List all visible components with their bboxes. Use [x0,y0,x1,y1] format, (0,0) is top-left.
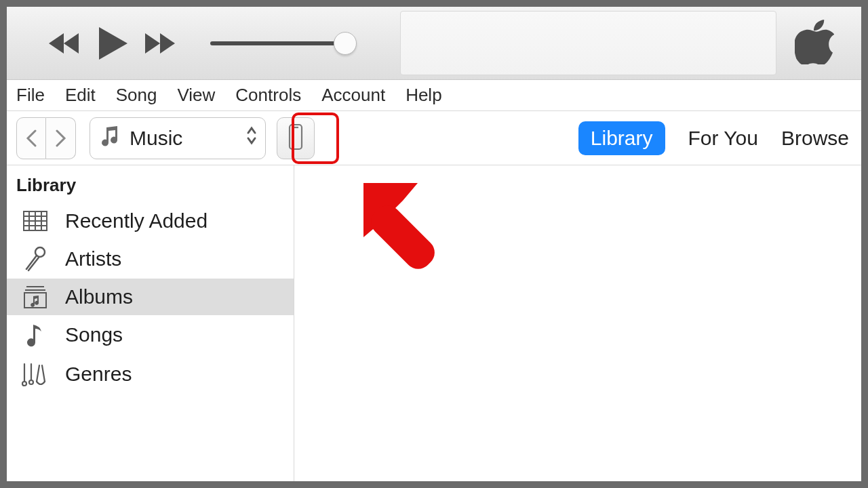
menu-help[interactable]: Help [406,85,441,106]
tab-browse[interactable]: Browse [781,127,849,150]
grid-icon [20,211,50,231]
device-button[interactable] [277,117,315,159]
menu-bar: File Edit Song View Controls Account Hel… [7,80,861,111]
iphone-icon [288,123,303,153]
svg-point-13 [22,382,26,386]
sidebar: Library Recently Added [7,165,294,481]
sidebar-item-label: Albums [65,285,133,308]
volume-slider[interactable] [210,41,346,45]
sidebar-header: Library [7,172,294,203]
sidebar-item-label: Genres [65,363,132,386]
nav-forward-button[interactable] [46,117,76,159]
body: Library Recently Added [7,165,861,481]
microphone-icon [20,246,50,272]
media-type-label: Music [130,127,182,150]
sidebar-item-label: Recently Added [65,209,208,232]
itunes-window: File Edit Song View Controls Account Hel… [7,7,861,481]
svg-rect-12 [24,293,46,308]
svg-rect-0 [290,125,302,149]
sidebar-item-label: Songs [65,323,123,346]
tab-for-you[interactable]: For You [688,127,758,150]
view-tabs: Library For You Browse [578,121,849,155]
section-toolbar: Music Library For You Browse [7,111,861,165]
playback-controls [47,26,179,61]
lcd-display [400,11,776,75]
sidebar-item-artists[interactable]: Artists [7,239,294,279]
next-icon[interactable] [144,30,179,56]
svg-point-14 [29,380,33,384]
chevron-updown-icon [246,125,257,150]
tab-library[interactable]: Library [578,121,665,155]
sidebar-item-recently-added[interactable]: Recently Added [7,203,294,239]
sidebar-item-songs[interactable]: Songs [7,315,294,354]
menu-song[interactable]: Song [116,85,157,106]
content-area [294,165,861,481]
sidebar-item-genres[interactable]: Genres [7,354,294,394]
album-icon [20,285,50,308]
note-icon [20,322,50,348]
volume-track [210,41,346,45]
nav-group [16,117,76,159]
volume-thumb[interactable] [334,32,357,55]
menu-edit[interactable]: Edit [65,85,96,106]
apple-logo-icon [795,20,834,67]
play-icon[interactable] [98,26,129,61]
guitar-icon [20,361,50,387]
previous-icon[interactable] [47,30,83,56]
playback-bar [7,7,861,80]
menu-controls[interactable]: Controls [235,85,301,106]
media-type-dropdown[interactable]: Music [90,117,266,159]
nav-back-button[interactable] [16,117,46,159]
annotation-arrow-icon [350,169,465,287]
music-note-icon [100,125,120,151]
menu-account[interactable]: Account [321,85,385,106]
sidebar-item-albums[interactable]: Albums [7,279,294,315]
sidebar-item-label: Artists [65,247,121,270]
svg-rect-15 [366,200,440,274]
menu-file[interactable]: File [16,85,45,106]
menu-view[interactable]: View [177,85,215,106]
